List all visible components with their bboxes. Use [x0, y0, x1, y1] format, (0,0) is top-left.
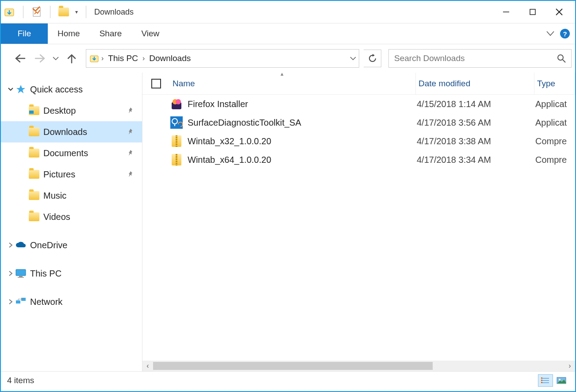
scroll-right-icon[interactable]: › — [564, 362, 575, 370]
svg-rect-11 — [19, 276, 23, 277]
column-headers: ▲ Name Date modified Type — [142, 73, 575, 95]
search-icon[interactable] — [557, 54, 566, 63]
file-name: Wintab_x32_1.0.0.20 — [188, 136, 417, 146]
column-type[interactable]: Type — [534, 73, 575, 94]
expand-icon[interactable] — [6, 242, 15, 248]
forward-button[interactable] — [31, 50, 49, 67]
file-date: 4/17/2018 3:34 AM — [417, 155, 535, 165]
file-date: 4/17/2018 3:38 AM — [417, 136, 535, 146]
tree-downloads[interactable]: Downloads — [1, 121, 142, 142]
column-name[interactable]: Name — [170, 73, 416, 94]
sort-indicator-icon: ▲ — [280, 71, 284, 77]
expand-icon[interactable] — [6, 299, 15, 304]
file-name: Firefox Installer — [188, 99, 417, 109]
tree-label: Music — [43, 191, 66, 201]
maximize-button[interactable] — [519, 3, 546, 21]
separator — [86, 6, 86, 18]
tab-share[interactable]: Share — [90, 23, 132, 44]
folder-icon — [28, 126, 40, 138]
tree-network[interactable]: Network — [1, 291, 142, 312]
cloud-icon — [15, 239, 27, 251]
title-bar: ▾ Downloads — [1, 1, 575, 23]
svg-rect-3 — [530, 9, 535, 15]
tree-onedrive[interactable]: OneDrive — [1, 234, 142, 256]
quick-access-toolbar: ▾ — [4, 6, 90, 18]
chevron-right-icon[interactable]: › — [141, 54, 146, 62]
scroll-thumb[interactable] — [153, 362, 433, 370]
file-row[interactable]: Wintab_x32_1.0.0.20 4/17/2018 3:38 AM Co… — [142, 132, 575, 150]
file-tab[interactable]: File — [1, 23, 48, 44]
tree-videos[interactable]: Videos — [1, 206, 142, 227]
up-button[interactable] — [63, 50, 81, 67]
select-all-checkbox[interactable] — [151, 79, 161, 88]
file-list-pane: ▲ Name Date modified Type Firefox Instal… — [142, 73, 575, 371]
properties-icon[interactable] — [31, 6, 42, 18]
folder-icon — [28, 105, 40, 116]
search-input[interactable] — [394, 54, 557, 63]
network-icon — [15, 296, 27, 307]
scroll-left-icon[interactable]: ‹ — [142, 362, 153, 370]
search-box[interactable] — [388, 49, 572, 68]
pin-icon — [127, 171, 134, 178]
svg-point-17 — [176, 99, 181, 104]
tree-pictures[interactable]: Pictures — [1, 164, 142, 185]
chevron-right-icon[interactable]: › — [100, 54, 105, 62]
file-name: Wintab_x64_1.0.0.20 — [188, 155, 417, 165]
tree-label: Network — [30, 297, 62, 307]
tree-documents[interactable]: Documents — [1, 142, 142, 164]
svg-rect-25 — [541, 380, 542, 381]
file-type: Applicat — [535, 118, 567, 128]
new-folder-icon[interactable] — [58, 8, 69, 16]
svg-rect-12 — [18, 277, 24, 278]
svg-rect-20 — [174, 123, 175, 126]
zip-icon — [170, 135, 183, 148]
file-date: 4/15/2018 1:14 AM — [417, 99, 535, 109]
tree-music[interactable]: Music — [1, 185, 142, 206]
minimize-button[interactable] — [493, 3, 519, 21]
window-title: Downloads — [94, 8, 134, 17]
navigation-bar: › This PC › Downloads — [1, 44, 575, 73]
svg-rect-13 — [16, 300, 20, 304]
back-button[interactable] — [12, 50, 29, 67]
svg-rect-24 — [541, 377, 542, 379]
svg-point-7 — [558, 55, 563, 60]
recent-dropdown-icon[interactable] — [50, 50, 61, 67]
help-icon[interactable]: ? — [560, 29, 570, 38]
ribbon-tabs: File Home Share View ? — [1, 23, 575, 44]
tab-home[interactable]: Home — [48, 23, 90, 44]
file-row[interactable]: Firefox Installer 4/15/2018 1:14 AM Appl… — [142, 95, 575, 113]
file-row[interactable]: SurfaceDiagnosticToolkit_SA 4/17/2018 3:… — [142, 113, 575, 132]
address-dropdown-icon[interactable] — [350, 56, 356, 61]
tree-label: Downloads — [43, 127, 87, 137]
main-area: Quick access Desktop Downloads Documents… — [1, 73, 575, 371]
tab-view[interactable]: View — [131, 23, 169, 44]
details-view-button[interactable] — [538, 374, 553, 387]
file-row[interactable]: Wintab_x64_1.0.0.20 4/17/2018 3:34 AM Co… — [142, 150, 575, 169]
separator — [23, 6, 23, 18]
thumbnails-view-button[interactable] — [554, 374, 569, 387]
tree-this-pc[interactable]: This PC — [1, 263, 142, 284]
column-date[interactable]: Date modified — [416, 73, 534, 94]
breadcrumb-root[interactable]: This PC — [105, 54, 141, 63]
tree-quick-access[interactable]: Quick access — [1, 79, 142, 100]
zip-icon — [170, 153, 183, 166]
navigation-pane: Quick access Desktop Downloads Documents… — [1, 73, 142, 371]
app-icon — [4, 6, 15, 18]
svg-rect-10 — [16, 269, 26, 276]
horizontal-scrollbar[interactable]: ‹ › — [142, 361, 575, 371]
folder-icon — [28, 211, 40, 223]
close-button[interactable] — [546, 3, 572, 21]
address-bar[interactable]: › This PC › Downloads — [86, 49, 359, 68]
refresh-button[interactable] — [364, 50, 381, 67]
expand-icon[interactable] — [6, 271, 15, 276]
app-icon — [170, 116, 183, 129]
qat-dropdown-icon[interactable]: ▾ — [75, 9, 78, 15]
file-type: Compre — [535, 155, 567, 165]
file-date: 4/17/2018 3:56 AM — [417, 118, 535, 128]
breadcrumb-current[interactable]: Downloads — [146, 54, 193, 63]
svg-rect-26 — [541, 382, 542, 383]
scroll-track[interactable] — [153, 362, 564, 370]
ribbon-expand-icon[interactable] — [546, 31, 555, 37]
tree-desktop[interactable]: Desktop — [1, 100, 142, 121]
collapse-icon[interactable] — [6, 87, 15, 92]
